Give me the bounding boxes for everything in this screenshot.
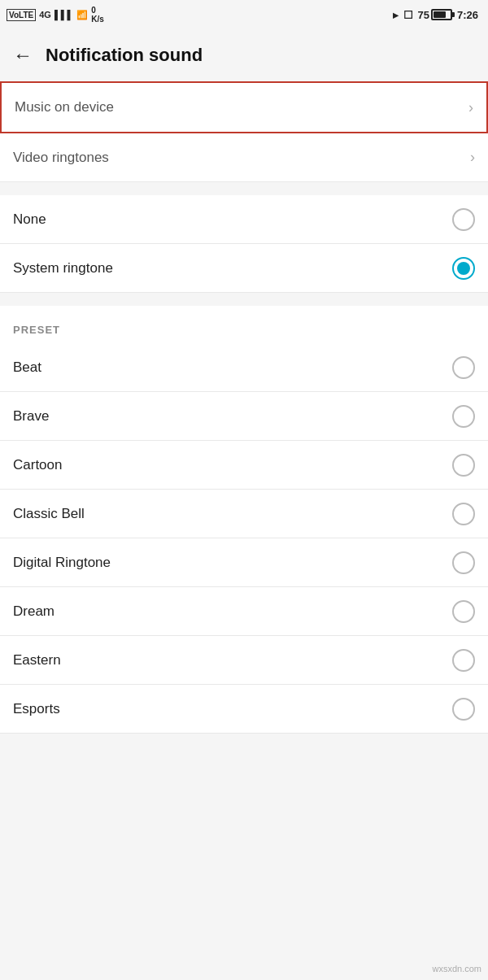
none-option[interactable]: None <box>0 195 488 244</box>
time-display: 7:26 <box>457 9 478 21</box>
cartoon-label: Cartoon <box>13 457 62 473</box>
dream-option[interactable]: Dream <box>0 587 488 636</box>
signal-bars: ▌▌▌ <box>54 10 73 20</box>
bluetooth-icon: ▸ <box>393 9 399 21</box>
digital-ringtone-option[interactable]: Digital Ringtone <box>0 538 488 587</box>
esports-label: Esports <box>13 701 60 717</box>
classic-bell-radio[interactable] <box>452 503 475 525</box>
system-ringtone-label: System ringtone <box>13 260 113 277</box>
wifi-icon: 📶 <box>76 10 88 20</box>
volte-indicator: VoLTE <box>7 9 36 21</box>
data-speed: 0K/s <box>91 6 104 24</box>
beat-option[interactable]: Beat <box>0 343 488 392</box>
video-ringtones-label: Video ringtones <box>13 150 109 166</box>
battery-fill <box>434 11 446 18</box>
back-arrow-icon: ← <box>13 44 33 67</box>
brave-option[interactable]: Brave <box>0 392 488 441</box>
esports-option[interactable]: Esports <box>0 685 488 734</box>
brave-label: Brave <box>13 408 49 425</box>
music-on-device-item[interactable]: Music on device › <box>0 81 488 133</box>
status-right: ▸ ☐ 75 7:26 <box>393 9 479 21</box>
cartoon-option[interactable]: Cartoon <box>0 441 488 490</box>
none-radio[interactable] <box>452 208 475 231</box>
brave-radio[interactable] <box>452 405 475 428</box>
main-content: Music on device › Video ringtones › None… <box>0 81 488 734</box>
network-type: 4G <box>39 10 51 20</box>
preset-section-divider <box>0 293 488 306</box>
page-title: Notification sound <box>46 45 203 66</box>
preset-section-header: PRESET <box>0 306 488 343</box>
battery-icon <box>431 9 452 20</box>
battery-percent: 75 <box>418 9 429 21</box>
music-on-device-label: Music on device <box>15 99 114 115</box>
none-label: None <box>13 211 46 228</box>
beat-label: Beat <box>13 359 41 376</box>
dream-label: Dream <box>13 603 54 620</box>
cartoon-radio[interactable] <box>452 454 475 477</box>
section-divider <box>0 182 488 195</box>
esports-radio[interactable] <box>452 698 475 721</box>
watermark: wxsxdn.com <box>432 964 481 973</box>
beat-radio[interactable] <box>452 356 475 379</box>
battery-indicator: 75 <box>418 9 452 21</box>
status-bar: VoLTE 4G ▌▌▌ 📶 0K/s ▸ ☐ 75 7:26 <box>0 0 488 29</box>
video-ringtones-item[interactable]: Video ringtones › <box>0 133 488 182</box>
chevron-right-icon: › <box>468 99 473 116</box>
eastern-option[interactable]: Eastern <box>0 636 488 685</box>
status-left: VoLTE 4G ▌▌▌ 📶 0K/s <box>7 6 104 24</box>
system-ringtone-option[interactable]: System ringtone <box>0 244 488 293</box>
chevron-right-icon: › <box>470 149 475 166</box>
digital-ringtone-radio[interactable] <box>452 551 475 574</box>
eastern-label: Eastern <box>13 652 61 669</box>
classic-bell-option[interactable]: Classic Bell <box>0 490 488 538</box>
vibrate-icon: ☐ <box>403 9 413 21</box>
dream-radio[interactable] <box>452 600 475 623</box>
header: ← Notification sound <box>0 29 488 81</box>
preset-header-text: PRESET <box>13 324 60 336</box>
eastern-radio[interactable] <box>452 649 475 672</box>
back-button[interactable]: ← <box>13 44 33 67</box>
system-ringtone-radio[interactable] <box>452 257 475 280</box>
digital-ringtone-label: Digital Ringtone <box>13 555 111 571</box>
classic-bell-label: Classic Bell <box>13 506 85 522</box>
